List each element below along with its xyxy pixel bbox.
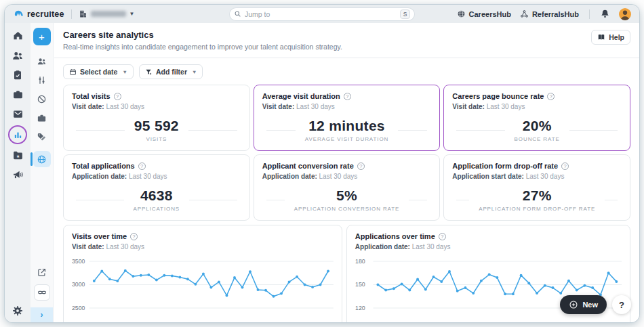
book-icon <box>597 33 605 41</box>
card-total-applications[interactable]: Total applications? Application date: La… <box>63 154 250 221</box>
charts-row: Visits over time? Visit date: Last 30 da… <box>63 225 630 322</box>
page-title: Careers site analytics <box>63 30 342 40</box>
sidebar-item-campaigns[interactable] <box>12 169 24 181</box>
filter-icon <box>145 68 153 76</box>
metric-caption: AVERAGE VISIT DURATION <box>305 136 388 142</box>
search-shortcut-badge: S <box>400 9 410 19</box>
sidebar-item-tasks[interactable] <box>12 70 23 81</box>
help-icon[interactable]: ? <box>439 233 446 240</box>
sidebar2-candidates-icon[interactable] <box>37 56 47 66</box>
building-icon <box>79 9 87 18</box>
help-icon[interactable]: ? <box>138 162 146 170</box>
metric-caption: APPLICATIONS <box>134 206 180 212</box>
help-icon[interactable]: ? <box>114 93 121 100</box>
sidebar-item-jobs[interactable] <box>12 89 24 100</box>
metric-value: 27% <box>523 188 552 203</box>
metric-value: 5% <box>336 188 357 203</box>
brand-name: recruitee <box>27 9 64 19</box>
brand-logo[interactable]: recruitee <box>13 9 64 20</box>
sidebar-item-talent-pool[interactable]: ★ <box>12 150 24 161</box>
help-button[interactable]: Help <box>591 30 630 45</box>
copy-link-icon[interactable] <box>34 284 50 301</box>
metric-value: 20% <box>523 118 552 133</box>
sidebar2-tags-icon[interactable] <box>37 132 47 142</box>
svg-text:2500: 2500 <box>72 305 85 311</box>
help-icon[interactable]: ? <box>357 162 365 170</box>
recruitee-logo-icon <box>13 9 24 20</box>
company-switcher[interactable]: ▼ <box>79 9 135 18</box>
card-average-visit-duration[interactable]: Average visit duration? Visit date: Last… <box>254 85 441 151</box>
card-conversion-rate[interactable]: Applicant conversion rate? Application d… <box>254 154 441 221</box>
select-date-button[interactable]: Select date ▼ <box>63 64 134 79</box>
referralshub-link[interactable]: ReferralsHub <box>520 9 579 18</box>
search-input[interactable]: Jump to S <box>230 8 414 20</box>
sidebar2-disqualified-icon[interactable] <box>37 94 47 104</box>
help-icon[interactable]: ? <box>561 162 569 170</box>
add-filter-button[interactable]: Add filter ▼ <box>139 64 203 79</box>
date-label: Visit date: <box>452 103 485 110</box>
new-button[interactable]: New <box>560 295 607 314</box>
metric-value: 12 minutes <box>308 118 385 133</box>
date-label: Application date: <box>262 173 317 180</box>
open-external-icon[interactable] <box>37 267 47 278</box>
settings-gear-icon[interactable] <box>12 305 24 317</box>
card-total-visits[interactable]: Total visits? Visit date: Last 30 days 9… <box>63 85 250 151</box>
divider <box>409 200 427 200</box>
metric-cards-grid: Total visits? Visit date: Last 30 days 9… <box>63 85 630 221</box>
notifications-bell-icon[interactable] <box>600 9 610 19</box>
plus-circle-icon <box>569 300 578 309</box>
page-subtitle: Real-time insights into candidate engage… <box>63 43 342 51</box>
help-icon[interactable]: ? <box>344 93 351 100</box>
help-icon[interactable]: ? <box>130 233 138 240</box>
select-date-label: Select date <box>80 68 117 76</box>
metric-caption: APPLICATION FORM DROP-OFF RATE <box>479 206 595 212</box>
date-label: Application start date: <box>452 173 524 180</box>
careershub-link[interactable]: CareersHub <box>457 9 511 18</box>
sidebar-item-inbox[interactable] <box>12 108 24 120</box>
date-value: Last 30 days <box>526 173 565 180</box>
chart-title: Applications over time <box>355 232 435 240</box>
divider <box>398 130 427 131</box>
date-label: Application date: <box>355 243 410 250</box>
divider <box>456 130 504 131</box>
sidebar2-pipeline-icon[interactable] <box>37 75 47 85</box>
card-bounce-rate[interactable]: Careers page bounce rate? Visit date: La… <box>443 85 630 151</box>
user-avatar[interactable] <box>619 8 631 20</box>
search-placeholder: Jump to <box>245 10 397 18</box>
sidebar2-careers-site-active[interactable] <box>33 151 51 167</box>
date-label: Visit date: <box>262 103 295 110</box>
help-button-label: Help <box>609 33 624 41</box>
add-filter-label: Add filter <box>156 68 187 76</box>
divider <box>569 130 618 131</box>
sidebar-item-home[interactable] <box>12 30 24 41</box>
app-window: recruitee ▼ Jump to S CareersHub <box>5 5 639 322</box>
support-help-button[interactable]: ? <box>612 295 631 314</box>
date-value: Last 30 days <box>129 173 167 180</box>
svg-text:3000: 3000 <box>72 281 85 288</box>
collapse-sidebar-button[interactable]: › <box>31 307 53 322</box>
svg-text:150: 150 <box>355 281 365 288</box>
card-drop-off-rate[interactable]: Application form drop-off rate? Applicat… <box>443 154 630 221</box>
network-icon <box>520 9 529 18</box>
sidebar-item-team[interactable] <box>12 49 24 62</box>
add-new-button[interactable]: + <box>33 28 51 45</box>
divider <box>589 9 590 19</box>
svg-text:180: 180 <box>355 258 365 265</box>
svg-text:120: 120 <box>355 305 365 311</box>
metric-caption: VISITS <box>134 136 179 142</box>
svg-text:★: ★ <box>16 154 20 158</box>
divider <box>266 200 285 200</box>
calendar-icon <box>69 68 77 76</box>
metric-value: 95 592 <box>134 118 179 133</box>
sidebar-item-reports-active[interactable] <box>8 125 27 144</box>
search-icon <box>234 10 241 18</box>
new-button-label: New <box>582 301 598 309</box>
card-title: Applicant conversion rate <box>262 162 354 170</box>
referralshub-label: ReferralsHub <box>532 10 579 18</box>
globe-icon <box>457 9 466 18</box>
chevron-down-icon: ▼ <box>192 69 197 75</box>
divider <box>266 130 296 131</box>
metric-caption: BOUNCE RATE <box>515 136 560 142</box>
help-icon[interactable]: ? <box>547 93 555 100</box>
sidebar2-jobs-icon[interactable] <box>37 113 47 123</box>
